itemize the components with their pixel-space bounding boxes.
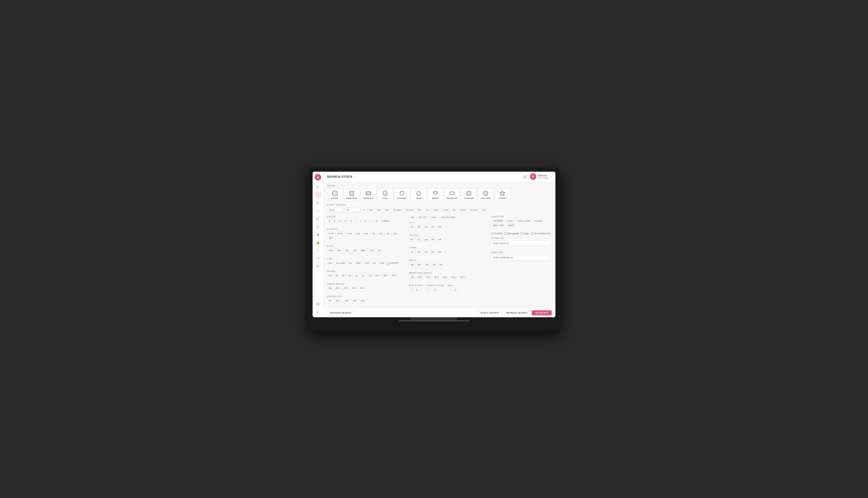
cut-FR[interactable]: FR bbox=[430, 225, 436, 229]
sb-BC3[interactable]: BC3 bbox=[359, 299, 367, 303]
color-J[interactable]: J bbox=[359, 219, 363, 223]
fluo-SLT[interactable]: SLT bbox=[352, 249, 359, 252]
cut-3VG-NO3EX[interactable]: 3VG+(NO 3EX) bbox=[439, 215, 457, 219]
carat-preset-8[interactable]: 1.50ct bbox=[441, 208, 450, 212]
sidebar-item-refresh[interactable]: ↺ bbox=[315, 255, 321, 261]
color-M[interactable]: M bbox=[374, 219, 379, 223]
polish-FR[interactable]: FR bbox=[430, 238, 436, 241]
clarity-FLIF[interactable]: FL/IF bbox=[327, 232, 335, 235]
carat-preset-0[interactable]: 20's bbox=[368, 208, 374, 212]
shade-NN[interactable]: NN bbox=[327, 274, 333, 277]
chk-jck[interactable]: JCK SHOW 2022 bbox=[531, 232, 550, 235]
sidebar-item-globe[interactable]: ◎ bbox=[315, 223, 321, 230]
ha-N[interactable]: N bbox=[453, 288, 458, 292]
loc-hk[interactable]: HONG KONG bbox=[516, 219, 532, 223]
shade-G1[interactable]: G1 bbox=[354, 274, 359, 277]
shape-round[interactable]: ROUND bbox=[327, 188, 343, 201]
clarity-SI2[interactable]: SI2 bbox=[378, 232, 384, 235]
tb-BT3[interactable]: BT3 bbox=[359, 286, 366, 290]
shape-heart[interactable]: HEART bbox=[428, 188, 443, 201]
milky-M2[interactable]: M2 bbox=[431, 263, 437, 266]
search-button[interactable]: SEARCH(0) bbox=[532, 310, 552, 315]
shape-radiant[interactable]: RADIANT bbox=[394, 188, 410, 201]
clarity-VVS2[interactable]: VVS2 bbox=[345, 232, 354, 235]
shade-MT2[interactable]: MT2 bbox=[382, 274, 389, 277]
fluo-MED[interactable]: MED bbox=[359, 249, 367, 252]
carat-preset-4[interactable]: 70's-80's bbox=[404, 208, 415, 212]
chk-origin[interactable]: Origin bbox=[521, 232, 529, 235]
tb-BT2[interactable]: BT2 bbox=[351, 286, 358, 290]
shape-oval[interactable]: OVAL bbox=[377, 188, 393, 201]
lab-uncert-checkbox[interactable]: UNCERT bbox=[387, 261, 398, 265]
shape-marquise[interactable]: MARQUISE bbox=[444, 188, 460, 201]
shade-G2[interactable]: G2 bbox=[360, 274, 366, 277]
fluo-FNT[interactable]: FNT bbox=[336, 249, 343, 252]
uncert-check[interactable] bbox=[387, 262, 389, 264]
wi-WT2[interactable]: WT2 bbox=[424, 275, 432, 279]
chk-new-upload[interactable]: New Upload bbox=[504, 232, 519, 235]
lab-IGI[interactable]: IGI bbox=[347, 261, 354, 265]
clarity-SI3[interactable]: SI3 bbox=[384, 232, 391, 235]
milky-M1[interactable]: M1 bbox=[424, 263, 431, 266]
sidebar-item-cog[interactable]: ⚙ bbox=[315, 263, 321, 270]
carat-to-input[interactable] bbox=[344, 208, 360, 212]
wi-WT3[interactable]: WT3 bbox=[433, 275, 440, 279]
user-menu[interactable]: D Welcome DNK USER ▼ bbox=[530, 173, 552, 180]
milky-M3[interactable]: M3 bbox=[438, 263, 444, 266]
fluo-STR[interactable]: STR bbox=[368, 249, 375, 252]
save-search-button[interactable]: SAVE & SEARCH bbox=[477, 310, 502, 315]
color-L[interactable]: L bbox=[369, 219, 373, 223]
lab-GIA[interactable]: GIA bbox=[327, 261, 334, 265]
stone-no-input[interactable] bbox=[491, 241, 552, 246]
shape-emerald[interactable]: EMERALD bbox=[360, 188, 376, 201]
tc-Y[interactable]: Y bbox=[427, 288, 432, 292]
sidebar-item-search[interactable]: ⌕ bbox=[315, 192, 321, 198]
wi-NN[interactable]: NN bbox=[409, 275, 416, 279]
polish-EX[interactable]: EX bbox=[409, 238, 415, 241]
sidebar-item-home[interactable]: ⌂ bbox=[315, 208, 321, 214]
cut-3EX[interactable]: 3EX bbox=[409, 215, 416, 219]
logo-icon[interactable]: ◆ bbox=[315, 174, 321, 181]
sidebar-item-lock[interactable]: 🔒 bbox=[315, 239, 321, 246]
milky-M1p[interactable]: M1+ bbox=[416, 263, 423, 266]
polish-GD[interactable]: GD bbox=[423, 238, 429, 241]
symm-GD[interactable]: GD bbox=[423, 250, 429, 254]
clarity-I3I4[interactable]: I3/I4 bbox=[327, 236, 334, 240]
sb-BC1[interactable]: BC1 bbox=[343, 299, 351, 303]
ha-Y[interactable]: Y bbox=[448, 288, 452, 292]
sidebar-item-filter[interactable]: ☰ bbox=[315, 309, 321, 315]
lab-FM[interactable]: FM bbox=[371, 261, 378, 265]
ec-Y[interactable]: Y bbox=[409, 288, 414, 292]
lab-COO[interactable]: COO bbox=[378, 261, 386, 265]
sidebar-item-gear[interactable]: ⚙ bbox=[315, 199, 321, 206]
clarity-VVS1[interactable]: VVS1 bbox=[336, 232, 344, 235]
carat-add-button[interactable]: + bbox=[361, 208, 367, 213]
fluo-NON[interactable]: NON bbox=[327, 249, 335, 252]
wi-WC1[interactable]: WC1 bbox=[441, 275, 449, 279]
lab-GIADGR[interactable]: GIA-DOR bbox=[335, 261, 347, 265]
color-G[interactable]: G bbox=[343, 219, 348, 223]
lab-HRD[interactable]: HRD bbox=[354, 261, 362, 265]
shade-G3[interactable]: G3 bbox=[367, 274, 373, 277]
color-H[interactable]: H bbox=[348, 219, 354, 223]
lab-AGS[interactable]: AGS bbox=[363, 261, 370, 265]
sb-BC1p[interactable]: BC1+ bbox=[334, 299, 343, 303]
symm-FR[interactable]: FR bbox=[430, 250, 436, 254]
sb-BC2[interactable]: BC2 bbox=[351, 299, 359, 303]
shape-pear[interactable]: PEAR bbox=[411, 188, 426, 201]
shape-princess[interactable]: PRINCESS bbox=[344, 188, 359, 201]
symm-PR[interactable]: PR bbox=[437, 250, 443, 254]
shade-B1[interactable]: B1 bbox=[334, 274, 340, 277]
tb-BT1[interactable]: BT1 bbox=[343, 286, 350, 290]
color-N-below[interactable]: N Below bbox=[380, 219, 391, 223]
loc-dubai[interactable]: DUBAI bbox=[505, 219, 515, 223]
carat-preset-12[interactable]: 10ct bbox=[480, 208, 487, 212]
clarity-SI1[interactable]: SI1 bbox=[370, 232, 377, 235]
color-F[interactable]: F bbox=[338, 219, 343, 223]
wi-WT1[interactable]: WT1 bbox=[416, 275, 424, 279]
cut-GD[interactable]: GD bbox=[423, 225, 429, 229]
chk-no-bgm[interactable]: No BGM bbox=[491, 232, 502, 235]
sidebar-item-docs[interactable]: ≡ bbox=[315, 247, 321, 253]
cart-icon[interactable]: 🛒 bbox=[523, 174, 527, 179]
shape-other[interactable]: OTHER bbox=[495, 188, 510, 201]
